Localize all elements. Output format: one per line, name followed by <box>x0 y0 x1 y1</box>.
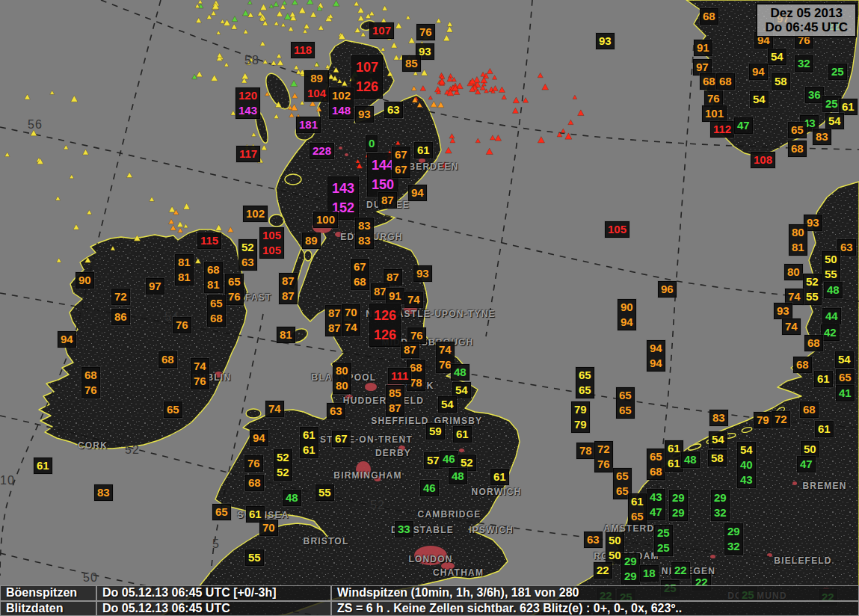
wind-gust-station[interactable]: 8081 <box>789 224 807 256</box>
wind-gust-station[interactable]: 0 <box>366 135 378 152</box>
wind-gust-station[interactable]: 36 <box>805 87 824 103</box>
statusbar-layer2-label[interactable]: Blitzdaten <box>0 601 96 616</box>
wind-gust-station[interactable]: 6881 <box>204 262 223 293</box>
wind-gust-station[interactable]: 72 <box>111 289 130 305</box>
wind-gust-station[interactable]: 87 <box>401 342 419 358</box>
statusbar-layer1-label[interactable]: Böenspitzen <box>0 585 96 601</box>
wind-gust-station[interactable]: 54 <box>750 91 769 108</box>
wind-gust-station[interactable]: 6876 <box>81 367 100 398</box>
wind-gust-station[interactable]: 46 <box>440 451 458 467</box>
wind-gust-station[interactable]: 108 <box>751 152 775 168</box>
wind-gust-station[interactable]: 93 <box>774 303 792 319</box>
wind-gust-station[interactable]: 8383 <box>355 218 374 249</box>
wind-gust-station[interactable]: 83 <box>709 410 728 426</box>
wind-gust-station[interactable]: 78 <box>576 443 595 459</box>
wind-gust-station[interactable]: 5255 <box>803 274 822 305</box>
wind-gust-station[interactable]: 7476 <box>191 358 209 389</box>
wind-gust-station[interactable]: 70 <box>259 520 278 536</box>
wind-gust-station[interactable]: 48 <box>451 364 469 381</box>
wind-gust-station[interactable]: 6165 <box>628 493 647 525</box>
wind-gust-station[interactable]: 2932 <box>711 490 730 521</box>
wind-gust-station[interactable]: 58 <box>772 73 790 90</box>
wind-gust-station[interactable]: 8787 <box>279 273 298 304</box>
wind-gust-station[interactable]: 33 <box>395 521 413 538</box>
wind-gust-station[interactable]: 85 <box>402 55 421 72</box>
wind-gust-station[interactable]: 48 <box>283 490 301 506</box>
wind-gust-station[interactable]: 47 <box>797 456 816 472</box>
wind-gust-station[interactable]: 126126 <box>369 304 401 347</box>
wind-gust-station[interactable]: 76 <box>416 24 435 40</box>
wind-gust-station[interactable]: 117 <box>236 146 260 162</box>
wind-gust-station[interactable]: 94 <box>749 64 768 80</box>
wind-gust-station[interactable]: 44 <box>822 308 841 324</box>
wind-gust-station[interactable]: 8787 <box>325 305 344 336</box>
wind-gust-station[interactable]: 68 <box>716 73 735 90</box>
wind-gust-station[interactable]: 74 <box>265 401 284 417</box>
wind-gust-station[interactable]: 61 <box>490 469 509 485</box>
wind-gust-station[interactable]: 42 <box>821 324 840 341</box>
wind-gust-station[interactable]: 9094 <box>618 299 636 330</box>
wind-gust-station[interactable]: 7276 <box>594 441 613 472</box>
wind-gust-station[interactable]: 22 <box>594 562 612 579</box>
wind-gust-station[interactable]: 68 <box>800 401 819 418</box>
wind-gust-station[interactable]: 68 <box>793 357 812 373</box>
wind-gust-station[interactable]: 97 <box>146 278 164 295</box>
wind-gust-station[interactable]: 93 <box>596 33 615 49</box>
wind-gust-station[interactable]: 63 <box>584 532 603 548</box>
wind-gust-station[interactable]: 96 <box>658 281 677 298</box>
wind-gust-station[interactable]: 59 <box>426 423 445 440</box>
wind-gust-station[interactable]: 61 <box>414 142 433 158</box>
wind-gust-station[interactable]: 105105 <box>259 227 284 259</box>
wind-gust-station[interactable]: 68 <box>245 475 264 491</box>
wind-gust-station[interactable]: 101 <box>702 105 727 122</box>
wind-gust-station[interactable]: 83 <box>813 129 831 145</box>
wind-gust-station[interactable]: 2929 <box>669 490 688 521</box>
wind-gust-station[interactable]: 54 <box>438 396 457 413</box>
wind-gust-station[interactable]: 6576 <box>225 274 244 305</box>
wind-gust-station[interactable]: 50 <box>801 441 819 458</box>
wind-gust-station[interactable]: 112 <box>710 121 734 138</box>
wind-gust-station[interactable]: 8181 <box>175 254 194 286</box>
wind-gust-station[interactable]: 2525 <box>654 525 673 556</box>
wind-gust-station[interactable]: 76 <box>173 317 191 333</box>
wind-gust-station[interactable]: 8080 <box>333 363 351 394</box>
wind-gust-station[interactable]: 18 <box>640 565 659 582</box>
wind-gust-station[interactable]: 7979 <box>571 401 590 433</box>
wind-gust-station[interactable]: 68 <box>804 335 823 351</box>
wind-gust-station[interactable]: 55 <box>315 484 334 501</box>
wind-gust-station[interactable]: 6565 <box>576 367 594 398</box>
wind-gust-station[interactable]: 102 <box>243 206 268 222</box>
wind-gust-station[interactable]: 111 <box>388 368 411 384</box>
wind-gust-station[interactable]: 7074 <box>342 304 360 336</box>
wind-gust-station[interactable]: 94 <box>408 185 427 201</box>
wind-gust-station[interactable]: 90 <box>76 272 94 289</box>
wind-gust-station[interactable]: 25 <box>822 96 841 112</box>
wind-gust-station[interactable]: 5263 <box>238 239 257 271</box>
statusbar-layer2-time[interactable]: Do 05.12.13 06:45 UTC <box>96 601 331 616</box>
wind-gust-station[interactable]: 107126 <box>351 55 383 99</box>
wind-gust-station[interactable]: 118 <box>291 42 315 58</box>
wind-gust-station[interactable]: 32 <box>795 55 813 72</box>
wind-gust-station[interactable]: 2929 <box>621 553 640 585</box>
wind-gust-station[interactable]: 55 <box>245 549 264 566</box>
wind-gust-station[interactable]: 54 <box>709 431 727 448</box>
wind-gust-station[interactable]: 94 <box>58 331 76 348</box>
wind-gust-station[interactable]: 89104 <box>304 70 329 102</box>
wind-gust-station[interactable]: 228 <box>310 143 334 159</box>
wind-gust-station[interactable]: 54 <box>835 351 854 368</box>
wind-gust-station[interactable]: 6768 <box>351 259 369 290</box>
wind-gust-station[interactable]: 61 <box>814 371 833 387</box>
wind-gust-station[interactable]: 87 <box>378 192 397 209</box>
wind-gust-station[interactable]: 94 <box>250 430 268 446</box>
wind-gust-station[interactable]: 6161 <box>300 427 318 458</box>
wind-gust-station[interactable]: 25 <box>828 64 847 80</box>
wind-gust-station[interactable]: 74 <box>404 292 423 308</box>
wind-gust-station[interactable]: 76 <box>244 455 263 472</box>
wind-gust-station[interactable]: 107 <box>369 22 394 39</box>
wind-gust-station[interactable]: 65 <box>788 122 807 138</box>
wind-gust-station[interactable]: 2932 <box>724 523 743 555</box>
wind-gust-station[interactable]: 80 <box>784 264 803 280</box>
wind-gust-station[interactable]: 65 <box>212 504 231 520</box>
wind-gust-station[interactable]: 83 <box>94 484 113 501</box>
wind-gust-station[interactable]: 91 <box>694 40 712 56</box>
